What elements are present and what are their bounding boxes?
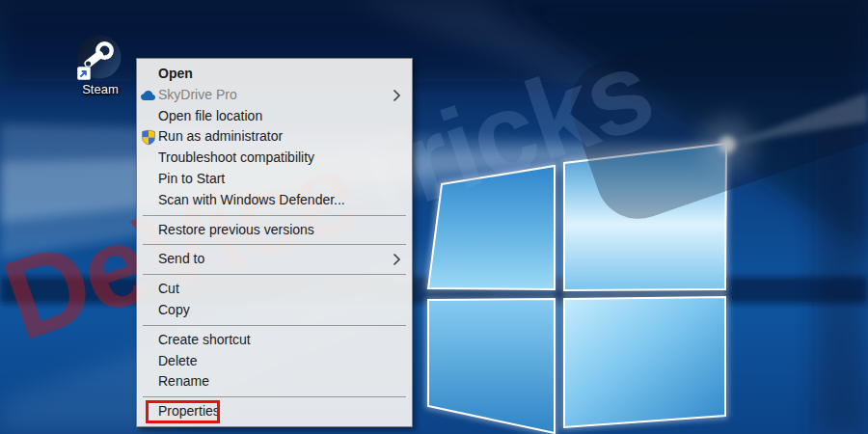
menu-separator	[143, 244, 406, 245]
windows-logo-pane-bottom-right	[564, 297, 725, 427]
menu-item-create-shortcut[interactable]: Create shortcut	[137, 330, 412, 351]
menu-separator	[143, 396, 406, 397]
submenu-chevron-icon	[393, 253, 401, 266]
menu-item-label: Send to	[158, 251, 204, 266]
menu-item-label: Properties	[158, 403, 220, 419]
windows-logo-pane-top-left	[428, 166, 555, 289]
onedrive-cloud-icon	[140, 87, 156, 103]
shortcut-arrow-icon	[77, 67, 91, 80]
desktop: DeViceTricks Steam OpenSkyDrive ProOpen …	[0, 0, 868, 434]
context-menu: OpenSkyDrive ProOpen file locationRun as…	[136, 58, 413, 427]
windows10-wallpaper	[0, 0, 868, 434]
menu-item-label: Cut	[158, 281, 179, 296]
menu-item-label: SkyDrive Pro	[158, 87, 237, 102]
submenu-chevron-icon	[393, 89, 401, 102]
menu-item-delete[interactable]: Delete	[137, 351, 412, 372]
menu-item-open[interactable]: Open	[137, 64, 412, 85]
desktop-icon-label: Steam	[75, 82, 125, 96]
menu-item-troubleshoot-compatibility[interactable]: Troubleshoot compatibility	[137, 148, 412, 169]
menu-item-label: Pin to Start	[158, 171, 225, 186]
menu-item-label: Scan with Windows Defender...	[158, 192, 345, 207]
menu-item-copy[interactable]: Copy	[137, 300, 412, 321]
menu-separator	[143, 274, 406, 275]
menu-item-label: Create shortcut	[158, 332, 251, 347]
menu-item-scan-with-windows-defender[interactable]: Scan with Windows Defender...	[137, 190, 412, 211]
menu-item-rename[interactable]: Rename	[137, 371, 412, 393]
menu-item-label: Run as administrator	[158, 128, 283, 144]
menu-item-label: Copy	[158, 302, 190, 317]
menu-item-restore-previous-versions[interactable]: Restore previous versions	[137, 220, 412, 241]
menu-item-label: Restore previous versions	[158, 222, 314, 237]
menu-item-label: Open	[158, 66, 193, 81]
menu-item-label: Open file location	[158, 108, 262, 123]
menu-item-skydrive-pro[interactable]: SkyDrive Pro	[137, 85, 412, 106]
menu-item-open-file-location[interactable]: Open file location	[137, 106, 412, 127]
menu-item-run-as-administrator[interactable]: Run as administrator	[137, 126, 412, 148]
menu-separator	[143, 325, 406, 326]
menu-item-properties[interactable]: Properties	[137, 401, 412, 422]
menu-item-label: Rename	[158, 373, 209, 389]
uac-shield-icon	[140, 129, 156, 146]
menu-item-cut[interactable]: Cut	[137, 279, 412, 300]
menu-separator	[143, 215, 406, 216]
windows-logo-pane-top-right	[564, 144, 726, 290]
menu-item-pin-to-start[interactable]: Pin to Start	[137, 169, 412, 190]
desktop-icon-steam[interactable]: Steam	[75, 35, 125, 96]
menu-item-label: Troubleshoot compatibility	[158, 149, 314, 165]
menu-item-label: Delete	[158, 353, 197, 368]
menu-item-send-to[interactable]: Send to	[137, 249, 412, 270]
